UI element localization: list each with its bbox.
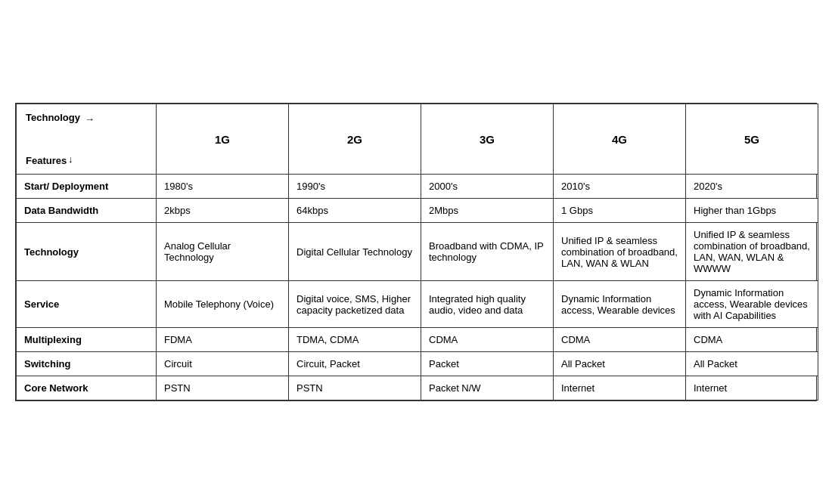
table-row: ServiceMobile Telephony (Voice)Digital v… (17, 281, 818, 328)
cell-r3-c1: Digital voice, SMS, Higher capacity pack… (289, 281, 421, 328)
cell-r2-c1: Digital Cellular Technology (289, 223, 421, 281)
table-row: Data Bandwidth2kbps64kbps2Mbps1 GbpsHigh… (17, 199, 818, 223)
corner-features-label: Features (26, 155, 67, 166)
cell-r3-c2: Integrated high quality audio, video and… (421, 281, 554, 328)
cell-r3-c4: Dynamic Information access, Wearable dev… (686, 281, 818, 328)
cell-r5-c2: Packet (421, 352, 554, 376)
corner-content: Technology → Features ↓ (23, 109, 150, 169)
table-row: Core NetworkPSTNPSTNPacket N/WInternetIn… (17, 376, 818, 400)
feature-label-6: Core Network (17, 376, 157, 400)
cell-r4-c0: FDMA (157, 328, 289, 352)
cell-r0-c3: 2010's (554, 175, 686, 199)
corner-arrow-right: → (85, 113, 95, 125)
cell-r0-c0: 1980's (157, 175, 289, 199)
cell-r1-c2: 2Mbps (421, 199, 554, 223)
cell-r3-c3: Dynamic Information access, Wearable dev… (554, 281, 686, 328)
cell-r5-c3: All Packet (554, 352, 686, 376)
cell-r1-c1: 64kbps (289, 199, 421, 223)
table-header-row: Technology → Features ↓ 1G 2G 3G 4G 5G (17, 104, 818, 175)
feature-label-5: Switching (17, 352, 157, 376)
cell-r2-c4: Unified IP & seamless combination of bro… (686, 223, 818, 281)
feature-label-4: Multiplexing (17, 328, 157, 352)
table-row: MultiplexingFDMATDMA, CDMACDMACDMACDMA (17, 328, 818, 352)
header-3g: 3G (421, 104, 554, 175)
header-5g: 5G (686, 104, 818, 175)
table-row: Start/ Deployment1980's1990's2000's2010'… (17, 175, 818, 199)
cell-r1-c3: 1 Gbps (554, 199, 686, 223)
cell-r1-c4: Higher than 1Gbps (686, 199, 818, 223)
feature-label-1: Data Bandwidth (17, 199, 157, 223)
technology-comparison-table: Technology → Features ↓ 1G 2G 3G 4G 5G S… (16, 104, 818, 400)
cell-r6-c4: Internet (686, 376, 818, 400)
cell-r5-c4: All Packet (686, 352, 818, 376)
comparison-table-wrapper: Technology → Features ↓ 1G 2G 3G 4G 5G S… (15, 103, 817, 401)
corner-cell: Technology → Features ↓ (17, 104, 157, 175)
feature-label-3: Service (17, 281, 157, 328)
cell-r2-c3: Unified IP & seamless combination of bro… (554, 223, 686, 281)
cell-r3-c0: Mobile Telephony (Voice) (157, 281, 289, 328)
header-2g: 2G (289, 104, 421, 175)
cell-r1-c0: 2kbps (157, 199, 289, 223)
cell-r4-c3: CDMA (554, 328, 686, 352)
corner-tech-label: Technology (26, 112, 80, 123)
cell-r4-c4: CDMA (686, 328, 818, 352)
cell-r6-c3: Internet (554, 376, 686, 400)
table-row: TechnologyAnalog Cellular TechnologyDigi… (17, 223, 818, 281)
cell-r0-c1: 1990's (289, 175, 421, 199)
header-4g: 4G (554, 104, 686, 175)
feature-label-2: Technology (17, 223, 157, 281)
table-row: SwitchingCircuitCircuit, PacketPacketAll… (17, 352, 818, 376)
cell-r2-c2: Broadband with CDMA, IP technology (421, 223, 554, 281)
cell-r6-c2: Packet N/W (421, 376, 554, 400)
cell-r6-c0: PSTN (157, 376, 289, 400)
cell-r5-c1: Circuit, Packet (289, 352, 421, 376)
cell-r5-c0: Circuit (157, 352, 289, 376)
cell-r0-c4: 2020's (686, 175, 818, 199)
cell-r4-c2: CDMA (421, 328, 554, 352)
feature-label-0: Start/ Deployment (17, 175, 157, 199)
cell-r2-c0: Analog Cellular Technology (157, 223, 289, 281)
corner-arrow-down: ↓ (68, 153, 73, 165)
cell-r4-c1: TDMA, CDMA (289, 328, 421, 352)
cell-r6-c1: PSTN (289, 376, 421, 400)
cell-r0-c2: 2000's (421, 175, 554, 199)
header-1g: 1G (157, 104, 289, 175)
